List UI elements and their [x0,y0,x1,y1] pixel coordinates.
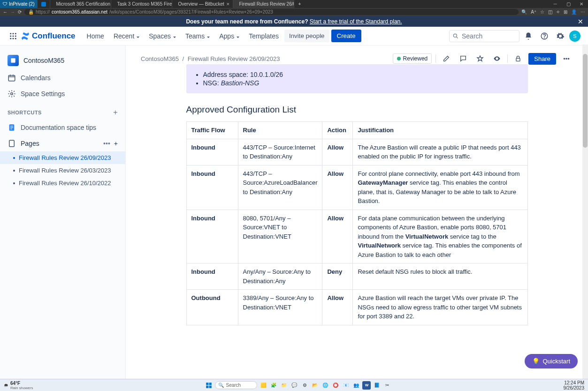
calendar-icon [8,74,16,82]
nav-home[interactable]: Home [83,30,108,43]
app-navigation: Confluence Home Recent Spaces Teams Apps… [0,27,588,45]
close-icon[interactable]: ✕ [226,2,230,7]
banner-close-icon[interactable]: ✕ [578,18,583,25]
bullet-icon [13,157,15,159]
close-window-icon[interactable]: ✕ [575,0,588,8]
star-icon[interactable] [473,52,487,65]
zoom-icon[interactable]: 🔍 [521,9,527,15]
extensions-icon[interactable]: ⊞ [564,9,567,15]
edit-icon[interactable] [440,52,453,65]
settings-icon[interactable] [553,29,567,43]
page-scrollbar[interactable] [582,45,588,379]
taskbar-app-icon[interactable]: 🟨 [259,381,267,390]
page-icon [8,123,16,132]
page-tree-item[interactable]: Firewall Rules Review 26/09/2023 [0,151,125,164]
taskbar-app-icon[interactable]: 📘 [373,381,381,390]
nav-templates[interactable]: Templates [245,30,283,43]
page-tree-item[interactable]: Firewall Rules Review 26/03/2023 [0,164,125,177]
minimize-icon[interactable]: ─ [549,0,562,8]
svg-point-9 [453,34,457,37]
divider [507,54,508,63]
taskbar-snip-icon[interactable]: ✂ [383,381,391,390]
page-tree-item[interactable]: Firewall Rules Review 26/10/2022 [0,177,125,189]
more-icon[interactable]: ⋯ [580,9,585,15]
breadcrumb-space[interactable]: ContosoM365 [141,55,179,62]
nav-teams[interactable]: Teams [182,30,214,43]
watch-icon[interactable] [490,52,504,65]
taskbar-search[interactable]: 🔍Search [215,381,257,389]
th-rule: Rule [238,122,322,139]
taskbar-chrome-icon[interactable]: ⭕ [331,381,340,390]
sidebar-calendars[interactable]: Calendars [0,70,125,86]
svg-point-4 [13,35,14,37]
refresh-icon[interactable]: ⟳ [18,9,22,15]
chevron-down-icon [236,32,239,40]
browser-tab-1[interactable]: Task 3 Contoso M365 Firewall R✕ [111,0,172,8]
page-content-scroll[interactable]: Address space: 10.0.1.0/26NSG: Bastion-N… [126,64,588,379]
banner-link[interactable]: Start a free trial of the Standard plan. [310,18,402,25]
th-justification: Justification [353,122,527,139]
bullet-icon [13,182,15,184]
share-button[interactable]: Share [528,53,556,65]
profile-icon[interactable]: 👤 [571,9,577,15]
taskbar-clock[interactable]: 12:24 PM 9/26/2023 [564,380,585,391]
taskbar-weather[interactable]: 🌧 64°F Rain showers [4,381,33,390]
taskbar-edge-icon[interactable]: 🌐 [321,381,329,390]
maximize-icon[interactable]: ▢ [562,0,575,8]
cell-justification: For data plane communication between the… [353,210,527,263]
quickstart-button[interactable]: 💡 Quickstart [525,354,578,368]
comment-icon[interactable] [457,52,470,65]
notifications-icon[interactable] [521,29,535,43]
space-header[interactable]: ContosoM365 [0,51,125,70]
back-icon[interactable]: ← [3,9,8,15]
read-aloud-icon[interactable]: A⁺ [531,9,536,15]
shortcuts-section-header: SHORTCUTS + [0,102,125,120]
nav-recent[interactable]: Recent [110,30,143,43]
add-page-icon[interactable]: + [114,140,118,147]
page-tree-label: Firewall Rules Review 26/10/2022 [19,180,111,187]
nav-apps[interactable]: Apps [215,30,243,43]
browser-tab-2[interactable]: Overview — Bitbucket✕ [172,0,233,8]
invite-people-button[interactable]: Invite people [284,30,329,42]
cell-flow: Inbound [186,139,238,165]
app-switcher-icon[interactable] [8,30,19,42]
favorite-icon[interactable]: ☆ [540,9,544,15]
browser-tab-0[interactable]: Microsoft 365 Certification - Sec✕ [50,0,111,8]
breadcrumb-page[interactable]: Firewall Rules Review 26/09/2023 [188,55,280,62]
taskbar-word-icon[interactable]: W [362,381,371,390]
split-icon[interactable]: ◫ [548,9,552,15]
shortcut-doc-tips[interactable]: Documentation space tips [0,120,125,135]
window-controls: ─ ▢ ✕ [549,0,588,8]
promo-banner: Does your team need more from Confluence… [0,16,588,27]
user-avatar[interactable]: S [569,30,580,42]
browser-tab-3[interactable]: Firewall Rules Review 26/09/202✕ [233,0,294,8]
taskbar-app-icon[interactable]: 📂 [311,381,319,390]
more-actions-icon[interactable]: ••• [560,52,573,65]
cell-flow: Inbound [186,165,238,210]
cell-rule: 443/TCP – Source:AzureLoadBalancer to De… [238,165,322,210]
taskbar-outlook-icon[interactable]: 📧 [342,381,350,390]
taskbar-app-icon[interactable]: 💬 [290,381,298,390]
confluence-logo[interactable]: Confluence [21,31,76,41]
url-field[interactable]: 🔒 https://contosom365.atlassian.net/wiki… [24,9,519,15]
sidebar-space-settings[interactable]: Space Settings [0,86,125,102]
page-status-lozenge[interactable]: Reviewed [393,53,432,64]
pages-section-header[interactable]: Pages ••• + [0,135,125,151]
create-button[interactable]: Create [331,30,361,42]
taskbar-app-icon[interactable]: ⚙ [300,381,309,390]
taskbar-app-icon[interactable]: 📁 [280,381,288,390]
restrictions-icon[interactable] [512,52,525,65]
windows-taskbar: 🌧 64°F Rain showers 🔍Search 🟨 🧩 📁 💬 ⚙ 📂 … [0,379,588,391]
new-tab-button[interactable]: + [294,0,305,8]
scrollbar-thumb[interactable] [583,54,588,148]
start-icon[interactable] [205,381,213,390]
more-actions-icon[interactable]: ••• [103,140,110,147]
add-shortcut-icon[interactable]: + [113,108,118,117]
nav-spaces[interactable]: Spaces [145,30,180,43]
search-input[interactable]: Search [449,30,519,42]
taskbar-teams-icon[interactable]: 👥 [352,381,360,390]
collections-icon[interactable]: ✧ [556,9,560,15]
calendar-tab-icon[interactable] [38,0,50,8]
help-icon[interactable] [537,29,551,43]
taskbar-app-icon[interactable]: 🧩 [269,381,278,390]
